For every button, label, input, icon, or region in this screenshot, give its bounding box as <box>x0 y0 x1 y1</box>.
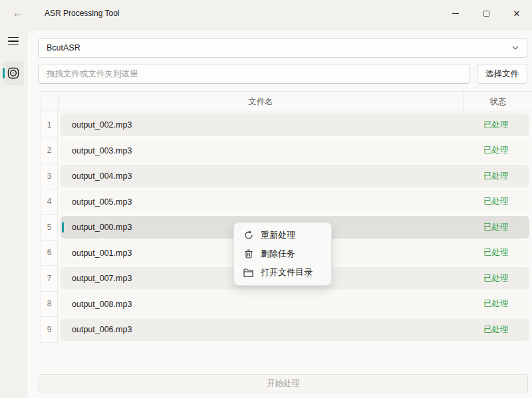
row-index: 7 <box>41 266 58 292</box>
row-pill[interactable]: output_003.mp3 已处理 <box>61 140 529 162</box>
table-row[interactable]: 2 output_003.mp3 已处理 <box>41 138 532 164</box>
start-processing-button[interactable]: 开始处理 <box>39 374 528 393</box>
table-header: 文件名 状态 <box>41 91 532 112</box>
table-row[interactable]: 9 output_006.mp3 已处理 <box>41 317 532 343</box>
row-index: 4 <box>41 189 58 215</box>
close-icon: ✕ <box>513 9 521 19</box>
row-index: 8 <box>41 292 58 318</box>
table-row[interactable]: 1 output_002.mp3 已处理 <box>41 112 532 138</box>
row-status-badge: 已处理 <box>463 171 529 182</box>
row-status-badge: 已处理 <box>463 120 529 131</box>
content-pane: BcutASR 选择文件 文件名 状态 1 output_002.mp3 已处理… <box>27 30 532 398</box>
row-filename: output_003.mp3 <box>61 146 463 155</box>
row-status-badge: 已处理 <box>463 222 529 233</box>
minimize-icon <box>452 13 459 14</box>
row-status-badge: 已处理 <box>463 247 529 258</box>
window-controls: ✕ <box>440 0 532 27</box>
window-title: ASR Processing Tool <box>45 9 120 18</box>
context-menu-item[interactable]: 打开文件目录 <box>237 263 329 282</box>
select-file-button[interactable]: 选择文件 <box>477 64 527 84</box>
header-index-column <box>41 92 59 112</box>
row-filename: output_002.mp3 <box>61 120 463 130</box>
hamburger-icon <box>8 37 19 39</box>
row-status-badge: 已处理 <box>463 196 529 207</box>
row-index: 6 <box>41 241 58 266</box>
selected-accent-bar <box>3 68 5 78</box>
row-index: 9 <box>41 317 58 343</box>
open-folder-icon <box>243 268 253 278</box>
header-status: 状态 <box>464 92 532 112</box>
row-status-badge: 已处理 <box>463 324 529 336</box>
sidebar-item-asr[interactable] <box>3 61 24 85</box>
back-arrow-icon: ← <box>13 7 24 20</box>
lens-record-icon <box>7 67 19 79</box>
row-index: 1 <box>41 112 58 138</box>
task-table: 文件名 状态 1 output_002.mp3 已处理 2 output_003… <box>41 91 532 343</box>
engine-select-value: BcutASR <box>47 43 80 52</box>
trash-icon <box>243 249 253 259</box>
row-index: 2 <box>41 138 58 164</box>
table-row[interactable]: 4 output_005.mp3 已处理 <box>41 189 532 215</box>
titlebar: ← ASR Processing Tool ✕ <box>0 0 532 27</box>
row-filename: output_005.mp3 <box>61 197 463 207</box>
file-drop-input[interactable] <box>38 64 470 84</box>
table-row[interactable]: 8 output_008.mp3 已处理 <box>41 292 532 318</box>
row-status-badge: 已处理 <box>463 145 529 156</box>
table-row[interactable]: 3 output_004.mp3 已处理 <box>41 163 532 189</box>
engine-select[interactable]: BcutASR <box>38 38 527 58</box>
context-menu-item[interactable]: 删除任务 <box>237 245 329 263</box>
context-menu-item[interactable]: 重新处理 <box>237 226 329 245</box>
refresh-icon <box>243 231 253 241</box>
file-drop-row: 选择文件 <box>38 64 527 84</box>
row-context-menu: 重新处理 删除任务 打开文件目录 <box>233 222 332 286</box>
nav-menu-button[interactable] <box>3 31 24 52</box>
context-menu-item-label: 打开文件目录 <box>261 266 313 278</box>
header-filename: 文件名 <box>59 92 464 112</box>
back-button[interactable]: ← <box>7 3 29 24</box>
row-filename: output_006.mp3 <box>61 325 463 334</box>
row-selected-accent-bar <box>62 222 64 233</box>
row-pill[interactable]: output_005.mp3 已处理 <box>61 191 529 213</box>
row-status-badge: 已处理 <box>463 298 529 310</box>
chevron-down-icon <box>512 46 519 50</box>
row-pill[interactable]: output_002.mp3 已处理 <box>61 114 529 136</box>
row-pill[interactable]: output_008.mp3 已处理 <box>61 293 529 316</box>
row-pill[interactable]: output_004.mp3 已处理 <box>61 165 529 187</box>
row-index: 5 <box>41 215 58 241</box>
row-status-badge: 已处理 <box>463 273 529 284</box>
minimize-button[interactable] <box>440 0 471 27</box>
row-filename: output_008.mp3 <box>61 300 463 309</box>
row-pill[interactable]: output_006.mp3 已处理 <box>61 318 529 341</box>
close-button[interactable]: ✕ <box>501 0 532 27</box>
maximize-button[interactable] <box>471 0 501 27</box>
context-menu-item-label: 重新处理 <box>261 229 295 241</box>
sidebar <box>0 27 27 398</box>
context-menu-item-label: 删除任务 <box>261 248 295 260</box>
maximize-icon <box>483 11 489 17</box>
row-filename: output_004.mp3 <box>61 171 463 181</box>
row-index: 3 <box>41 163 58 189</box>
